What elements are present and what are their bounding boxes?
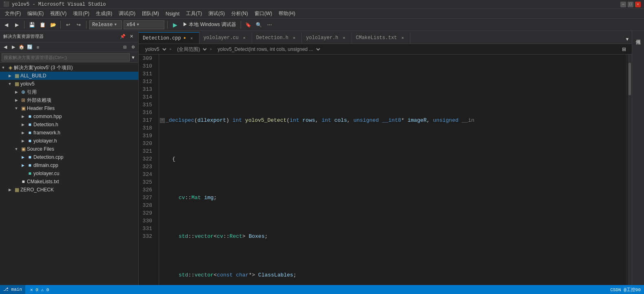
toolbar: ◀ ▶ 💾 📋 📂 ↩ ↪ Release ▼ x64 ▼ ▶ ▶ 本地 Win… xyxy=(0,19,644,31)
ln-312: 312 xyxy=(139,78,155,86)
sidebar-settings[interactable]: ⚙ xyxy=(129,44,137,51)
title-bar: ⬛ yolov5 - Microsoft Visual Studio — □ ✕ xyxy=(0,0,644,9)
status-bar: ⎇ main ✕ 0 ⚠ 0 CSDN @工控90 xyxy=(0,285,644,294)
menu-analyze[interactable]: 分析(N) xyxy=(228,9,251,18)
toolbar-find[interactable]: 🔍 xyxy=(255,20,263,29)
menu-help[interactable]: 帮助(H) xyxy=(275,9,299,18)
ln-324: 324 xyxy=(139,171,155,178)
sidebar-filter[interactable]: ≡ xyxy=(34,44,42,51)
tree-item-dep[interactable]: ▶ ⊞ 外部依赖项 xyxy=(0,96,138,104)
breadcrumb-symbol-select[interactable]: yolov5_Detect(int rows, int cols, unsign… xyxy=(214,44,321,54)
menu-nsight[interactable]: Nsight xyxy=(162,10,183,18)
toolbar-bookmark[interactable]: 🔖 xyxy=(244,20,253,29)
sidebar-pin[interactable]: 📌 xyxy=(119,33,126,40)
breadcrumb-expand-btn[interactable]: ⊞ xyxy=(620,45,629,54)
ln-329: 329 xyxy=(139,209,155,217)
tab-close-yololayer-h[interactable]: ✕ xyxy=(341,35,347,41)
tab-close-detection-h[interactable]: ✕ xyxy=(291,35,297,41)
fold-310[interactable]: − xyxy=(160,118,165,123)
tree-item-yolov5[interactable]: ▼ ▦ yolov5 xyxy=(0,80,138,88)
run-button[interactable]: ▶ xyxy=(170,20,179,29)
ln-323: 323 xyxy=(139,163,155,171)
tree-item-source-files[interactable]: ▼ ▣ Source Files xyxy=(0,145,138,153)
toolbar-save-all[interactable]: 📋 xyxy=(38,20,47,29)
ln-309: 309 xyxy=(139,55,155,62)
status-errors: ✕ 0 ⚠ 0 xyxy=(30,287,49,292)
tree-item-zero-check[interactable]: ▶ ▦ ZERO_CHECK xyxy=(0,186,138,194)
menu-team[interactable]: 团队(M) xyxy=(139,9,162,18)
toolbar-redo[interactable]: ↪ xyxy=(74,20,83,29)
menu-window[interactable]: 窗口(W) xyxy=(251,9,275,18)
tab-dropdown-btn[interactable]: ▼ xyxy=(623,35,632,44)
ln-327: 327 xyxy=(139,194,155,202)
menu-view[interactable]: 视图(V) xyxy=(47,9,70,18)
sidebar-nav-forward[interactable]: ▶ xyxy=(10,44,17,51)
source-folder-icon: ▣ xyxy=(20,146,27,152)
config-dropdown[interactable]: Release ▼ xyxy=(89,20,122,29)
tree-item-yololayer-h[interactable]: ▶ ■ yololayer.h xyxy=(0,137,138,145)
tab-bar: Detection.cpp ● ✕ yololayer.cu ✕ Detecti… xyxy=(139,31,632,44)
tree-item-all-build[interactable]: ▶ ▦ ALL_BUILD xyxy=(0,72,138,80)
menu-test[interactable]: 测试(S) xyxy=(205,9,228,18)
run-label[interactable]: ▶ 本地 Windows 调试器 xyxy=(181,21,238,28)
tab-label: CMakeLists.txt xyxy=(356,35,397,41)
tree-item-common-hpp[interactable]: ▶ ■ common.hpp xyxy=(0,112,138,121)
sidebar-nav-back[interactable]: ◀ xyxy=(2,44,9,51)
menu-bar: 文件(F) 编辑(E) 视图(V) 项目(P) 生成(B) 调试(D) 团队(M… xyxy=(0,9,644,19)
tree-item-yololayer-cu[interactable]: ■ yololayer.cu xyxy=(0,169,138,178)
menu-file[interactable]: 文件(F) xyxy=(2,9,24,18)
close-button[interactable]: ✕ xyxy=(635,2,641,7)
tree-item-ref[interactable]: ▶ ⊕ 引用 xyxy=(0,88,138,96)
tree-item-detection-cpp[interactable]: ▶ ■ Detection.cpp xyxy=(0,153,138,161)
tree-item-framework-h[interactable]: ▶ ■ framework.h xyxy=(0,129,138,137)
line-numbers: 309 310 311 312 313 314 315 316 317 318 … xyxy=(139,55,159,285)
toolbar-save[interactable]: 💾 xyxy=(27,20,36,29)
tree-item-header-files[interactable]: ▼ ▣ Header Files xyxy=(0,104,138,112)
code-line-309 xyxy=(166,78,626,86)
tab-label: yololayer.h xyxy=(306,35,338,41)
toolbar-forward[interactable]: ▶ xyxy=(12,20,21,29)
tab-close-yololayer-cu[interactable]: ✕ xyxy=(241,35,248,41)
toolbar-more[interactable]: ⋯ xyxy=(265,20,274,29)
tree-item-cmake[interactable]: ■ CMakeLists.txt xyxy=(0,178,138,186)
menu-edit[interactable]: 编辑(E) xyxy=(24,9,47,18)
tab-close-cmake[interactable]: ✕ xyxy=(399,35,406,41)
ln-319: 319 xyxy=(139,132,155,140)
maximize-button[interactable]: □ xyxy=(628,2,633,7)
tree-item-solution[interactable]: ▼ ◈ 解决方案'yolov5' (3 个项目) xyxy=(0,64,138,72)
tree-item-dllmain-cpp[interactable]: ▶ ■ dllmain.cpp xyxy=(0,161,138,169)
tab-detection-cpp[interactable]: Detection.cpp ● ✕ xyxy=(139,32,199,44)
breadcrumb-scope-select[interactable]: (全局范围) xyxy=(174,44,208,54)
platform-dropdown[interactable]: x64 ▼ xyxy=(124,20,164,29)
sidebar-close[interactable]: ✕ xyxy=(128,33,135,40)
tree-arrow-solution: ▼ xyxy=(0,66,7,70)
tab-cmakelists[interactable]: CMakeLists.txt ✕ xyxy=(352,32,411,44)
status-csdn: CSDN @工控90 xyxy=(610,287,641,293)
breadcrumb-project-select[interactable]: yolov5 xyxy=(142,44,168,54)
main-container: 解决方案资源管理器 📌 ✕ ◀ ▶ 🏠 🔄 ≡ ⊟ ⚙ ▼ ▼ ◈ xyxy=(0,31,644,285)
toolbar-back[interactable]: ◀ xyxy=(2,20,11,29)
sidebar-search-input[interactable] xyxy=(2,53,130,61)
properties-label[interactable]: 属性 xyxy=(633,33,643,39)
tab-detection-h[interactable]: Detection.h ✕ xyxy=(252,32,302,44)
sidebar-collapse[interactable]: ⊟ xyxy=(121,44,128,51)
scrollbar-thumb[interactable] xyxy=(629,63,631,95)
tree-item-detection-h[interactable]: ▶ ■ Detection.h xyxy=(0,121,138,129)
menu-project[interactable]: 项目(P) xyxy=(70,9,93,18)
toolbar-open[interactable]: 📂 xyxy=(49,20,58,29)
tab-yololayer-h[interactable]: yololayer.h ✕ xyxy=(302,32,352,44)
tab-yololayer-cu[interactable]: yololayer.cu ✕ xyxy=(199,32,252,44)
sidebar-search-options[interactable]: ▼ xyxy=(130,54,137,61)
code-editor[interactable]: − _declspec(dllexport) int yolov5_Detect… xyxy=(159,55,626,285)
sidebar-home[interactable]: 🏠 xyxy=(18,44,25,51)
menu-build[interactable]: 生成(B) xyxy=(93,9,115,18)
tab-close-detection-cpp[interactable]: ✕ xyxy=(188,35,195,42)
sidebar-header: 解决方案资源管理器 📌 ✕ xyxy=(0,31,138,42)
menu-debug[interactable]: 调试(D) xyxy=(115,9,139,18)
menu-tools[interactable]: 工具(T) xyxy=(183,9,205,18)
minimize-button[interactable]: — xyxy=(620,2,626,7)
window-title: yolov5 - Microsoft Visual Studio xyxy=(12,2,106,7)
toolbar-undo[interactable]: ↩ xyxy=(64,20,73,29)
vertical-scrollbar[interactable] xyxy=(626,55,632,285)
sidebar-refresh[interactable]: 🔄 xyxy=(26,44,33,51)
